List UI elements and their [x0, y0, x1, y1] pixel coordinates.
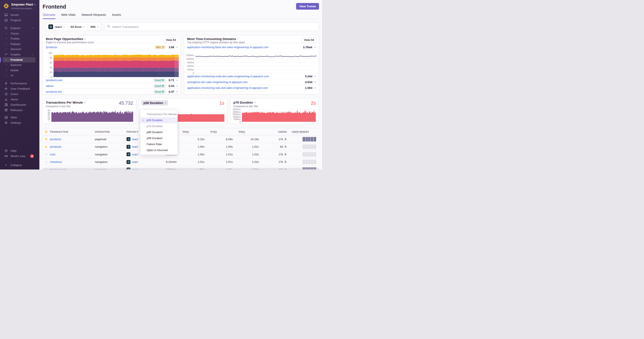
best-pages-title[interactable]: Best Page Opportunities: [46, 37, 164, 41]
project-filter[interactable]: react: [46, 23, 67, 31]
stats-icon: [4, 116, 8, 119]
insights-icon: [4, 53, 8, 56]
star-toggle[interactable]: ★: [42, 145, 50, 149]
menu-item-failure-rate[interactable]: Failure Rate: [140, 141, 178, 147]
menu-item-tpm[interactable]: Transactions Per Minute: [140, 111, 178, 117]
sidebar-item-alerts[interactable]: Alerts: [0, 97, 40, 102]
page-link[interactable]: /products: [46, 45, 57, 49]
star-toggle[interactable]: ☆: [42, 152, 50, 156]
col-p50[interactable]: P50(): [177, 128, 204, 135]
page-link[interactable]: /products-fes: [46, 90, 62, 93]
star-toggle[interactable]: ☆: [42, 168, 50, 169]
transaction-link[interactable]: /cart: [50, 153, 55, 156]
transaction-link[interactable]: /products: [50, 145, 61, 148]
sidebar-group-explore[interactable]: Explore: [0, 25, 40, 31]
lightning-icon: [4, 82, 8, 85]
tab-overview[interactable]: Overview: [42, 13, 56, 19]
menu-item-p50-duration[interactable]: ✓p50 Duration: [140, 117, 178, 123]
project-link[interactable]: react: [132, 153, 138, 156]
sidebar-item-crons[interactable]: Crons: [0, 91, 40, 97]
search-transactions-input[interactable]: [112, 25, 316, 29]
domain-link[interactable]: application-monitoring-node-dot-sales-en…: [187, 75, 269, 78]
user-misery-bar: [287, 144, 319, 149]
y-axis-labels: 100806040200: [44, 53, 54, 77]
project-link[interactable]: react: [132, 168, 138, 169]
best-pages-view-all-button[interactable]: View All: [164, 37, 178, 43]
score-badge: Good 95: [153, 90, 166, 94]
tab-network-requests[interactable]: Network Requests: [81, 13, 106, 19]
domain-link[interactable]: application-monitoring-rails-dot-sales-e…: [187, 86, 268, 89]
expand-row-icon[interactable]: [314, 81, 316, 83]
collapse-row-icon[interactable]: [176, 46, 178, 48]
menu-item-p95-duration[interactable]: p95 Duration: [140, 129, 178, 135]
sidebar-item-issues[interactable]: Issues: [0, 12, 40, 17]
transaction-link[interactable]: /checkout: [50, 160, 62, 164]
p50-widget-selector[interactable]: p50 Duration: [141, 100, 168, 105]
sidebar-item-projects[interactable]: Projects: [0, 17, 40, 23]
transaction-link[interactable]: /products: [50, 138, 61, 141]
page-link[interactable]: /about: [46, 84, 54, 87]
view-trends-button[interactable]: View Trends: [296, 3, 319, 10]
page-link[interactable]: /products-join: [46, 78, 62, 82]
sidebar-item-frontend[interactable]: Frontend: [2, 57, 36, 62]
domains-view-all-button[interactable]: View All: [302, 37, 316, 43]
sidebar-item-replays[interactable]: Replays: [2, 41, 36, 47]
sidebar-item-ai[interactable]: AI: [2, 73, 36, 78]
domain-link[interactable]: application-monitoring-flask-dot-sales-e…: [187, 45, 268, 49]
user-icon: [284, 161, 287, 163]
sidebar-item-performance[interactable]: Performance: [0, 81, 40, 86]
environment-filter[interactable]: All Envs: [67, 23, 87, 31]
sidebar-item-traces[interactable]: Traces: [2, 31, 36, 36]
sidebar-group-insights[interactable]: Insights: [0, 52, 40, 57]
page-row-about: /about Good 99 0.04: [43, 83, 181, 89]
sidebar-item-whats-new[interactable]: What's new 4: [0, 153, 40, 159]
col-user-misery[interactable]: USER MISERY: [287, 128, 319, 135]
transaction-link[interactable]: /products-join: [50, 168, 66, 169]
expand-row-icon[interactable]: [176, 85, 178, 86]
sidebar-item-profiles[interactable]: Profiles: [2, 36, 36, 41]
react-icon: [126, 145, 130, 149]
opportunity-score: 0.71: [169, 78, 174, 82]
tab-assets[interactable]: Assets: [112, 13, 121, 19]
sidebar-item-releases[interactable]: Releases: [0, 107, 40, 113]
tab-bar: Overview Web Vitals Network Requests Ass…: [42, 13, 319, 19]
sidebar-item-user-feedback[interactable]: User Feedback: [0, 86, 40, 91]
sidebar-item-mobile[interactable]: Mobile: [2, 68, 36, 73]
date-range-filter[interactable]: 30D: [87, 23, 101, 31]
operation-cell: navigation: [95, 143, 126, 151]
page-row-products: /products Meh 79 3.66: [43, 43, 181, 51]
projects-icon: [4, 19, 8, 22]
tab-web-vitals[interactable]: Web Vitals: [61, 13, 76, 19]
menu-item-open-in-discover[interactable]: Open in Discover: [140, 147, 178, 153]
p75-cell: 8.06s: [204, 135, 233, 143]
menu-item-p99-duration[interactable]: p99 Duration: [140, 135, 178, 141]
col-p95[interactable]: P95(): [233, 128, 259, 135]
project-link[interactable]: react: [132, 160, 138, 164]
sidebar-item-help[interactable]: Help: [0, 148, 40, 153]
sidebar-collapse-button[interactable]: Collapse: [0, 162, 40, 168]
sidebar-item-stats[interactable]: Stats: [0, 115, 40, 120]
project-link[interactable]: react: [132, 145, 138, 148]
p75-widget-title[interactable]: p75 Duration: [230, 98, 319, 104]
tpm-area-chart: 5040302010: [46, 109, 133, 122]
expand-row-icon[interactable]: [176, 79, 178, 81]
expand-row-icon[interactable]: [314, 87, 316, 88]
sidebar-item-settings[interactable]: Settings: [0, 120, 40, 125]
menu-item-p75-duration[interactable]: p75 Duration: [140, 123, 178, 129]
collapse-row-icon[interactable]: [314, 46, 316, 48]
expand-row-icon[interactable]: [176, 90, 178, 92]
org-switcher[interactable]: Empower Plant dominik.buszowiec…: [0, 0, 40, 12]
sidebar-item-dashboards[interactable]: Dashboards: [0, 102, 40, 107]
col-p75[interactable]: P75(): [204, 128, 233, 135]
sidebar-item-discover[interactable]: Discover: [2, 47, 36, 52]
star-toggle[interactable]: ★: [42, 137, 50, 141]
react-icon: [126, 168, 130, 169]
sidebar-item-backend[interactable]: Backend: [2, 62, 36, 68]
user-icon: [284, 138, 287, 141]
expand-row-icon[interactable]: [314, 75, 316, 77]
project-link[interactable]: react: [132, 138, 138, 141]
star-column-header-icon: ★: [42, 130, 50, 134]
domains-title[interactable]: Most Time-Consuming Domains: [187, 37, 302, 41]
domain-link[interactable]: springboot-dot-sales-engineering-sf.apps…: [187, 80, 248, 84]
star-toggle[interactable]: ☆: [42, 160, 50, 164]
